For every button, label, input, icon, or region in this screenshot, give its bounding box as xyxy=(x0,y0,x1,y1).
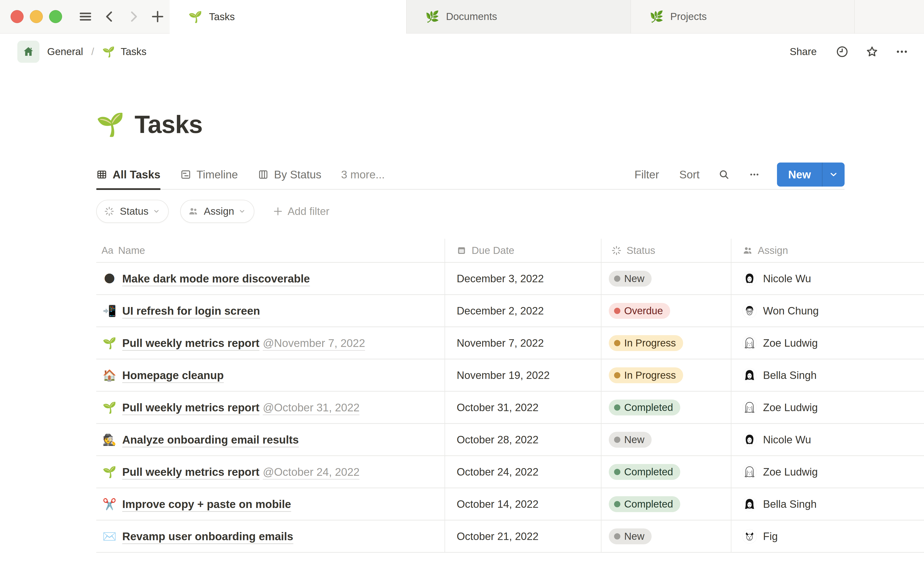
status-cell[interactable]: New xyxy=(602,424,732,455)
status-dot-icon xyxy=(614,405,620,411)
due-date-cell[interactable]: November 7, 2022 xyxy=(445,327,602,359)
status-dot-icon xyxy=(614,308,620,314)
browser-tab-documents[interactable]: 🌿 Documents xyxy=(406,0,630,34)
task-name-link[interactable]: Homepage cleanup xyxy=(122,369,224,382)
sort-button[interactable]: Sort xyxy=(679,168,699,181)
status-badge[interactable]: Completed xyxy=(609,464,680,480)
view-tab-by-status[interactable]: By Status xyxy=(258,160,321,189)
assignee-cell[interactable]: Bella Singh xyxy=(732,488,924,520)
filter-button[interactable]: Filter xyxy=(635,168,659,181)
menu-icon[interactable] xyxy=(78,10,92,24)
task-name-link[interactable]: UI refresh for login screen xyxy=(122,305,260,318)
status-dot-icon xyxy=(614,276,620,282)
table-row[interactable]: 🏠 Homepage cleanup November 19, 2022 In … xyxy=(96,359,924,392)
status-cell[interactable]: New xyxy=(602,263,732,294)
table-row[interactable]: 🌱 Pull weekly metrics report@October 24,… xyxy=(96,456,924,488)
new-button[interactable]: New xyxy=(777,163,822,187)
assignee-cell[interactable]: Bella Singh xyxy=(732,359,924,391)
status-cell[interactable]: Completed xyxy=(602,456,732,488)
home-icon[interactable] xyxy=(17,40,39,63)
status-cell[interactable]: Completed xyxy=(602,488,732,520)
status-badge[interactable]: Overdue xyxy=(609,303,670,319)
due-date-cell[interactable]: November 19, 2022 xyxy=(445,359,602,391)
favorite-star-icon[interactable] xyxy=(865,45,879,58)
due-date-cell[interactable]: October 31, 2022 xyxy=(445,392,602,423)
due-date-cell[interactable]: October 21, 2022 xyxy=(445,521,602,552)
status-filter-chip[interactable]: Status xyxy=(96,200,169,223)
avatar xyxy=(742,400,757,415)
due-date-cell[interactable]: December 3, 2022 xyxy=(445,263,602,294)
table-row[interactable]: 🌑 Make dark mode more discoverable Decem… xyxy=(96,263,924,295)
due-date-cell[interactable]: October 28, 2022 xyxy=(445,424,602,455)
status-burst-icon xyxy=(104,206,115,217)
table-row[interactable]: 🌱 Pull weekly metrics report@November 7,… xyxy=(96,327,924,359)
zoom-window-button[interactable] xyxy=(49,10,62,23)
table-row[interactable]: ✂️ Improve copy + paste on mobile Octobe… xyxy=(96,488,924,521)
table-row[interactable]: 📲 UI refresh for login screen December 2… xyxy=(96,295,924,327)
assignee-cell[interactable]: Nicole Wu xyxy=(732,263,924,294)
assignee-name: Fig xyxy=(763,530,778,542)
history-clock-icon[interactable] xyxy=(835,45,849,58)
table-row[interactable]: 🌱 Pull weekly metrics report@October 31,… xyxy=(96,392,924,424)
status-badge[interactable]: Completed xyxy=(609,496,680,512)
add-filter-button[interactable]: Add filter xyxy=(273,205,330,218)
assignee-name: Nicole Wu xyxy=(763,272,811,285)
task-name-link[interactable]: Analyze onboarding email results xyxy=(122,433,299,446)
forward-icon[interactable] xyxy=(126,10,141,24)
more-views-button[interactable]: 3 more... xyxy=(341,168,385,181)
due-date-cell[interactable]: October 24, 2022 xyxy=(445,456,602,488)
back-icon[interactable] xyxy=(102,10,116,24)
close-window-button[interactable] xyxy=(11,10,24,23)
column-header-status[interactable]: Status xyxy=(602,239,732,262)
status-cell[interactable]: New xyxy=(602,521,732,552)
breadcrumb-workspace[interactable]: General xyxy=(47,46,83,58)
assignee-cell[interactable]: Fig xyxy=(732,521,924,552)
status-badge[interactable]: New xyxy=(609,271,652,287)
status-badge[interactable]: New xyxy=(609,529,652,544)
status-badge[interactable]: New xyxy=(609,432,652,448)
column-header-name[interactable]: Aa Name xyxy=(96,239,445,262)
task-name-link[interactable]: Make dark mode more discoverable xyxy=(122,272,310,285)
task-name-link[interactable]: Pull weekly metrics report@November 7, 2… xyxy=(122,337,365,350)
assignee-cell[interactable]: Won Chung xyxy=(732,295,924,327)
column-header-due-date[interactable]: Due Date xyxy=(445,239,602,262)
assignee-cell[interactable]: Zoe Ludwig xyxy=(732,392,924,423)
status-cell[interactable]: Completed xyxy=(602,392,732,423)
assignee-cell[interactable]: Zoe Ludwig xyxy=(732,327,924,359)
view-tab-all-tasks[interactable]: All Tasks xyxy=(96,160,160,189)
task-name-link[interactable]: Revamp user onboarding emails xyxy=(122,530,293,543)
breadcrumb-page[interactable]: Tasks xyxy=(121,46,147,58)
status-cell[interactable]: In Progress xyxy=(602,359,732,391)
assignee-cell[interactable]: Nicole Wu xyxy=(732,424,924,455)
assignee-cell[interactable]: Zoe Ludwig xyxy=(732,456,924,488)
task-name-link[interactable]: Pull weekly metrics report@October 31, 2… xyxy=(122,401,360,414)
status-badge[interactable]: In Progress xyxy=(609,367,683,383)
task-emoji-icon: 🌱 xyxy=(102,337,116,350)
column-header-assign[interactable]: Assign xyxy=(732,239,924,262)
due-date-cell[interactable]: December 2, 2022 xyxy=(445,295,602,327)
due-date-cell[interactable]: October 14, 2022 xyxy=(445,488,602,520)
browser-tab-bar: 🌱 Tasks 🌿 Documents 🌿 Projects xyxy=(0,0,924,34)
view-options-icon[interactable] xyxy=(749,169,760,180)
status-badge[interactable]: In Progress xyxy=(609,335,683,351)
status-badge[interactable]: Completed xyxy=(609,400,680,416)
view-tab-timeline[interactable]: Timeline xyxy=(180,160,238,189)
breadcrumb-separator: / xyxy=(91,46,94,58)
task-name-link[interactable]: Improve copy + paste on mobile xyxy=(122,498,291,511)
task-name-link[interactable]: Pull weekly metrics report@October 24, 2… xyxy=(122,466,360,479)
status-cell[interactable]: In Progress xyxy=(602,327,732,359)
assignee-name: Zoe Ludwig xyxy=(763,337,817,349)
table-row[interactable]: 🕵️ Analyze onboarding email results Octo… xyxy=(96,424,924,456)
search-icon[interactable] xyxy=(718,169,730,180)
minimize-window-button[interactable] xyxy=(30,10,43,23)
browser-tab-tasks[interactable]: 🌱 Tasks xyxy=(170,0,406,34)
new-dropdown-button[interactable] xyxy=(822,163,845,187)
new-tab-icon[interactable] xyxy=(151,10,165,24)
share-button[interactable]: Share xyxy=(790,46,817,58)
table-row[interactable]: ✉️ Revamp user onboarding emails October… xyxy=(96,521,924,553)
more-options-icon[interactable] xyxy=(895,45,909,58)
page-title[interactable]: 🌱 Tasks xyxy=(96,110,924,139)
browser-tab-projects[interactable]: 🌿 Projects xyxy=(630,0,854,34)
status-cell[interactable]: Overdue xyxy=(602,295,732,327)
assign-filter-chip[interactable]: Assign xyxy=(180,200,254,223)
